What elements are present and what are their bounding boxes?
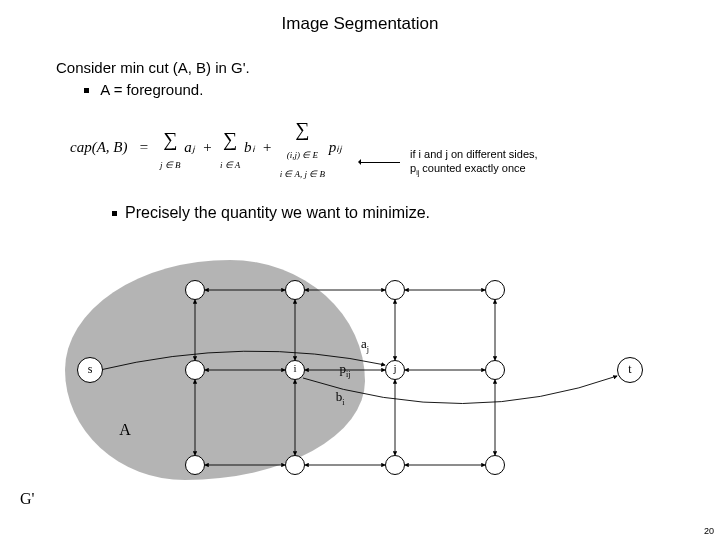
formula-cap: cap(A, B) = ∑ j ∈ B aⱼ + ∑ i ∈ A bᵢ + ∑ … [70, 118, 342, 179]
slide-body: Consider min cut (A, B) in G'. A = foreg… [56, 58, 676, 99]
node-t: t [617, 357, 643, 383]
grid-node [485, 360, 505, 380]
grid-node [385, 280, 405, 300]
label-bi: bi [336, 389, 345, 407]
grid-node [185, 360, 205, 380]
arrow-to-note-icon [360, 162, 400, 163]
grid-node [185, 455, 205, 475]
node-s: s [77, 357, 103, 383]
label-aj: aj [361, 336, 369, 354]
node-j: j [385, 360, 405, 380]
grid-node [385, 455, 405, 475]
graph-edges [45, 270, 675, 510]
node-i: i [285, 360, 305, 380]
graph-diagram: s t i j aj pij bi A [45, 270, 675, 510]
grid-node [185, 280, 205, 300]
grid-node [285, 455, 305, 475]
grid-node [485, 280, 505, 300]
grid-node [285, 280, 305, 300]
label-pij: pij [340, 361, 351, 379]
label-Gprime: G' [20, 490, 34, 508]
page-number: 20 [704, 526, 714, 536]
grid-node [485, 455, 505, 475]
bullet-foreground: A = foreground. [84, 80, 676, 100]
label-A: A [119, 421, 131, 439]
bullet-precisely: Precisely the quantity we want to minimi… [84, 202, 430, 222]
note-sides: if i and j on different sides, pij pij c… [410, 148, 538, 178]
line-consider: Consider min cut (A, B) in G'. [56, 58, 676, 78]
slide-title: Image Segmentation [0, 0, 720, 34]
